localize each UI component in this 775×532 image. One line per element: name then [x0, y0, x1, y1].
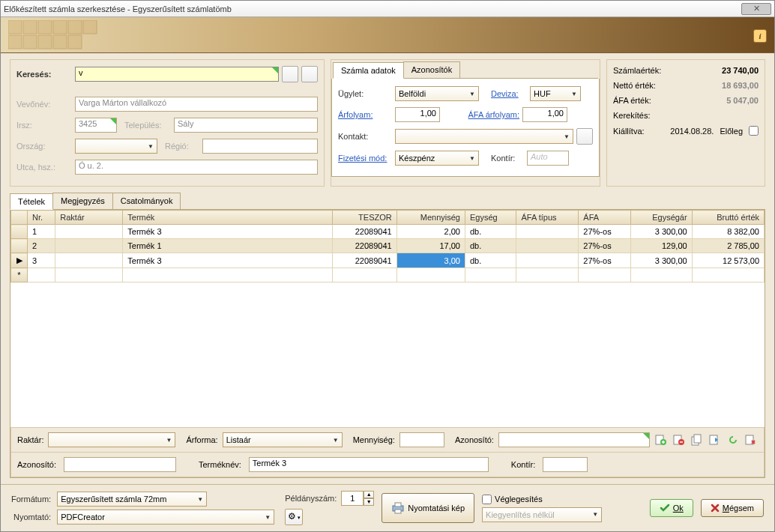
tab-items[interactable]: Tételek — [10, 193, 53, 210]
lower-arforma-select[interactable]: Listaár▼ — [223, 432, 343, 447]
col-egyseg[interactable]: Egység — [465, 211, 516, 225]
street-input[interactable]: Ó u. 2. — [75, 160, 318, 175]
cell-nr[interactable]: 3 — [28, 253, 55, 268]
lower2-azon-input[interactable] — [64, 457, 176, 472]
cell-menny[interactable]: 3,00 — [396, 253, 465, 268]
col-brutto[interactable]: Bruttó érték — [692, 211, 764, 225]
cell-termek[interactable]: Termék 1 — [123, 239, 333, 253]
print-preview-button[interactable]: Nyomtatási kép — [382, 493, 474, 523]
deal-type-select[interactable]: Belföldi▼ — [395, 86, 479, 101]
city-input[interactable]: Sály — [174, 118, 318, 133]
settlement-select[interactable]: Kiegyenlítés nélkül▼ — [482, 507, 602, 522]
vat-rate-label[interactable]: ÁFA árfolyam: — [452, 110, 519, 119]
cell-raktar[interactable] — [55, 239, 123, 253]
cell-egysegar[interactable]: 3 300,00 — [630, 253, 692, 268]
search-btn-2[interactable] — [301, 66, 318, 82]
col-teszor[interactable]: TESZOR — [333, 211, 396, 225]
contact-select[interactable]: ▼ — [395, 129, 573, 144]
copies-spinner[interactable]: ▲▼ — [341, 491, 374, 506]
rate-label[interactable]: Árfolyam: — [338, 110, 392, 119]
currency-select[interactable]: HUF▼ — [530, 86, 581, 101]
col-raktar[interactable]: Raktár — [55, 211, 123, 225]
col-afatipus[interactable]: ÁFA típus — [516, 211, 579, 225]
col-afa[interactable]: ÁFA — [579, 211, 630, 225]
items-grid[interactable]: Nr. Raktár Termék TESZOR Mennyiség Egysé… — [10, 210, 765, 282]
cell-raktar[interactable] — [55, 225, 123, 239]
row-handle[interactable] — [11, 225, 28, 239]
row-handle[interactable]: ▶ — [11, 253, 28, 268]
tab-identifiers[interactable]: Azonosítók — [403, 61, 460, 78]
gear-icon[interactable]: ⚙▾ — [285, 509, 303, 525]
row-handle-new[interactable]: * — [11, 268, 28, 282]
cell-afa[interactable]: 27%-os — [579, 253, 630, 268]
lower-azon-input[interactable] — [498, 432, 650, 447]
row-handle[interactable] — [11, 239, 28, 253]
tab-invoice-data[interactable]: Számla adatok — [333, 62, 404, 79]
lower-menny-input[interactable] — [399, 432, 444, 447]
search-btn-1[interactable] — [282, 66, 298, 82]
contact-btn[interactable] — [576, 128, 593, 145]
cell-egysegar[interactable]: 3 300,00 — [630, 225, 692, 239]
kontir-label: Kontír: — [491, 154, 524, 163]
cell-termek[interactable]: Termék 3 — [123, 253, 333, 268]
export-icon[interactable] — [708, 433, 722, 447]
cell-afatipus[interactable] — [516, 239, 579, 253]
spin-down-icon[interactable]: ▼ — [364, 498, 374, 506]
cell-afa[interactable]: 27%-os — [579, 225, 630, 239]
cell-teszor[interactable]: 22089041 — [333, 225, 396, 239]
cell-raktar[interactable] — [55, 253, 123, 268]
col-menny[interactable]: Mennyiség — [396, 211, 465, 225]
info-icon[interactable]: i — [753, 29, 767, 43]
cell-menny[interactable]: 2,00 — [396, 225, 465, 239]
cell-brutto[interactable]: 12 573,00 — [692, 253, 764, 268]
rate-input[interactable]: 1,00 — [395, 107, 440, 122]
col-nr[interactable]: Nr. — [28, 211, 55, 225]
paymode-label[interactable]: Fizetési mód: — [338, 154, 392, 163]
delete-icon[interactable] — [672, 433, 686, 447]
cell-nr[interactable]: 2 — [28, 239, 55, 253]
remove-icon[interactable] — [744, 433, 758, 447]
cell-brutto[interactable]: 2 785,00 — [692, 239, 764, 253]
col-egysegar[interactable]: Egységár — [630, 211, 692, 225]
format-select[interactable]: Egyszerűsített számla 72mm▼ — [57, 492, 207, 507]
vat-rate-input[interactable]: 1,00 — [522, 107, 567, 122]
cell-afa[interactable]: 27%-os — [579, 239, 630, 253]
kontir-input[interactable]: Auto — [527, 151, 569, 166]
refresh-icon[interactable] — [726, 433, 740, 447]
customer-name[interactable]: Varga Márton vállalkozó — [75, 97, 318, 112]
add-icon[interactable] — [654, 433, 668, 447]
paymode-select[interactable]: Készpénz▼ — [395, 151, 479, 166]
cell-egysegar[interactable]: 129,00 — [630, 239, 692, 253]
printer-select[interactable]: PDFCreator▼ — [57, 510, 274, 525]
col-termek[interactable]: Termék — [123, 211, 333, 225]
cell-menny[interactable]: 17,00 — [396, 239, 465, 253]
lower2-kontir-input[interactable] — [543, 457, 588, 472]
cancel-button[interactable]: Mégsem — [701, 499, 764, 517]
lower-raktar-select[interactable]: ▼ — [48, 432, 175, 447]
cell-teszor[interactable]: 22089041 — [333, 253, 396, 268]
cell-afatipus[interactable] — [516, 225, 579, 239]
cell-termek[interactable]: Termék 3 — [123, 225, 333, 239]
cell-egyseg[interactable]: db. — [465, 239, 516, 253]
search-input[interactable]: v — [75, 67, 279, 82]
country-select[interactable]: ▼ — [75, 139, 157, 154]
cell-afatipus[interactable] — [516, 253, 579, 268]
cell-nr[interactable]: 1 — [28, 225, 55, 239]
copy-icon[interactable] — [690, 433, 704, 447]
lower2-termeknev-input[interactable]: Termék 3 — [249, 457, 489, 472]
spin-up-icon[interactable]: ▲ — [364, 491, 374, 498]
ok-button[interactable]: Ok — [650, 499, 693, 517]
currency-label[interactable]: Deviza: — [491, 89, 527, 98]
cell-brutto[interactable]: 8 382,00 — [692, 225, 764, 239]
cell-egyseg[interactable]: db. — [465, 225, 516, 239]
finalize-checkbox[interactable] — [482, 495, 492, 504]
copies-input[interactable] — [341, 491, 364, 506]
prepay-checkbox[interactable] — [749, 126, 759, 136]
cell-teszor[interactable]: 22089041 — [333, 239, 396, 253]
zip-input[interactable]: 3425 — [75, 118, 117, 133]
close-icon[interactable]: ✕ — [741, 3, 771, 15]
region-input[interactable] — [202, 139, 318, 154]
cell-egyseg[interactable]: db. — [465, 253, 516, 268]
tab-attachments[interactable]: Csatolmányok — [112, 193, 181, 209]
tab-note[interactable]: Megjegyzés — [52, 193, 113, 209]
